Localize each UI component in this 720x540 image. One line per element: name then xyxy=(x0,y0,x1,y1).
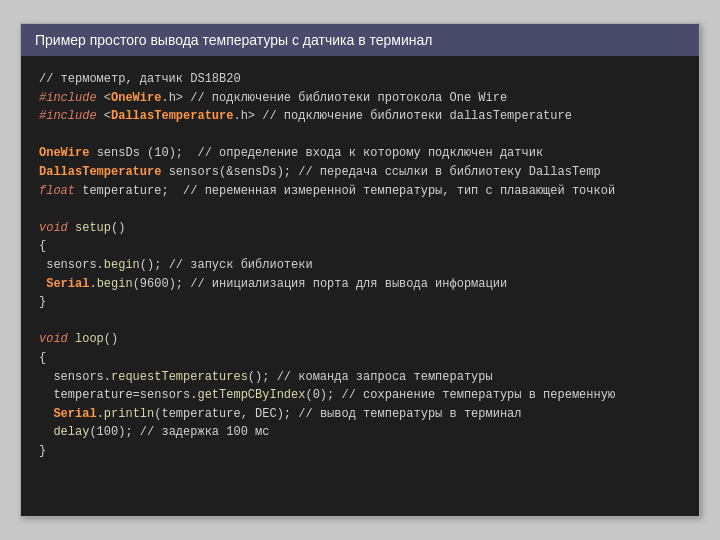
slide-title: Пример простого вывода температуры с дат… xyxy=(21,24,699,56)
slide-container: Пример простого вывода температуры с дат… xyxy=(20,23,700,517)
code-block: // термометр, датчик DS18B20 #include <O… xyxy=(39,70,681,460)
code-area: // термометр, датчик DS18B20 #include <O… xyxy=(21,56,699,516)
